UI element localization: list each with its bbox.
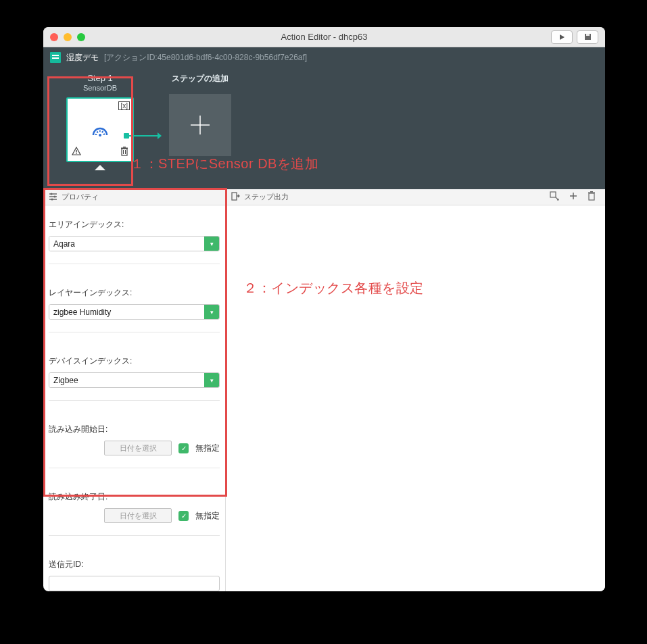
run-button[interactable] <box>551 30 573 44</box>
svg-rect-20 <box>232 193 237 200</box>
layer-index-label: レイヤーインデックス: <box>49 287 220 299</box>
area-index-group: エリアインデックス: Aqara ▾ <box>49 219 220 264</box>
output-body <box>226 205 605 591</box>
chevron-down-icon: ▾ <box>204 237 219 251</box>
device-index-select[interactable]: Zigbee ▾ <box>49 372 220 388</box>
read-end-label: 読み込み終了日: <box>49 491 220 503</box>
save-icon <box>584 33 592 41</box>
read-start-unset-label: 無指定 <box>195 443 220 454</box>
svg-point-19 <box>51 198 53 200</box>
sensor-db-icon <box>68 124 133 137</box>
read-end-date-button[interactable]: 日付を選択 <box>104 508 172 523</box>
properties-icon <box>49 192 57 203</box>
window-title: Action Editor - dhcp63 <box>43 32 605 42</box>
traffic-lights <box>50 33 85 41</box>
minimize-window-button[interactable] <box>64 33 72 41</box>
device-index-value: Zigbee <box>49 373 204 387</box>
read-end-unset-checkbox[interactable]: ✓ <box>178 511 189 521</box>
layer-index-select[interactable]: zigbee Humidity ▾ <box>49 304 220 320</box>
add-step-label: ステップの追加 <box>157 73 243 84</box>
output-panel-header: ステップ出力 <box>226 189 605 205</box>
map-output-icon[interactable] <box>550 191 559 203</box>
svg-rect-6 <box>76 153 76 154</box>
read-start-unset-checkbox[interactable]: ✓ <box>178 443 189 453</box>
warning-icon[interactable] <box>72 147 81 158</box>
svg-rect-25 <box>588 193 595 194</box>
property-panel: プロパティ エリアインデックス: Aqara ▾ レイヤーインデックス: zig… <box>43 189 226 591</box>
svg-rect-24 <box>589 193 594 200</box>
read-end-group: 読み込み終了日: 日付を選択 ✓ 無指定 <box>49 491 220 536</box>
layer-index-value: zigbee Humidity <box>49 305 204 319</box>
sender-id-group: 送信元ID: <box>49 559 220 591</box>
step-pointer <box>95 165 105 170</box>
area-index-select[interactable]: Aqara ▾ <box>49 236 220 251</box>
delete-output-icon[interactable] <box>588 191 596 203</box>
play-icon <box>558 34 565 41</box>
property-panel-title: プロパティ <box>62 192 99 202</box>
lower-panels: プロパティ エリアインデックス: Aqara ▾ レイヤーインデックス: zig… <box>43 189 605 591</box>
output-panel: ステップ出力 <box>226 189 605 591</box>
svg-rect-8 <box>121 148 128 149</box>
device-index-group: デバイスインデックス: Zigbee ▾ <box>49 355 220 401</box>
save-button[interactable] <box>577 30 598 44</box>
action-id: [アクションID:45e801d6-bdf6-4c00-828c-9b56df7… <box>104 52 307 64</box>
step-subtitle: SensorDB <box>57 84 143 93</box>
annotation-text-2: ２：インデックス各種を設定 <box>243 279 424 297</box>
step-canvas: Step 1 SensorDB [x] <box>43 68 605 189</box>
sender-id-label: 送信元ID: <box>49 559 220 570</box>
svg-rect-26 <box>590 191 593 193</box>
svg-rect-5 <box>76 150 76 153</box>
svg-rect-2 <box>52 55 59 56</box>
svg-rect-21 <box>550 192 556 197</box>
read-start-label: 読み込み開始日: <box>49 424 220 435</box>
device-index-label: デバイスインデックス: <box>49 355 220 367</box>
read-end-unset-label: 無指定 <box>195 510 220 522</box>
zoom-window-button[interactable] <box>77 33 85 41</box>
add-step-button[interactable] <box>169 94 231 156</box>
area-index-label: エリアインデックス: <box>49 219 220 230</box>
step-title-block: Step 1 SensorDB <box>57 73 143 93</box>
close-window-button[interactable] <box>50 33 58 41</box>
svg-rect-1 <box>586 34 590 36</box>
add-step-block: ステップの追加 <box>157 73 243 156</box>
svg-point-18 <box>54 195 56 197</box>
titlebar: Action Editor - dhcp63 <box>43 27 605 47</box>
app-window: Action Editor - dhcp63 湿度デモ [アクションID:45e… <box>43 27 605 591</box>
add-output-icon[interactable] <box>569 191 578 203</box>
annotation-text-1: １：STEPにSensor DBを追加 <box>130 155 318 173</box>
svg-point-17 <box>51 193 53 195</box>
plus-icon <box>188 113 212 137</box>
svg-point-4 <box>99 134 101 137</box>
step-title: Step 1 <box>57 73 143 84</box>
svg-rect-3 <box>52 57 59 59</box>
action-type-icon <box>50 52 61 63</box>
svg-rect-9 <box>123 147 126 148</box>
variable-icon[interactable]: [x] <box>118 101 130 110</box>
area-index-value: Aqara <box>49 237 204 251</box>
svg-rect-7 <box>122 149 127 155</box>
output-panel-title: ステップ出力 <box>244 192 289 202</box>
output-icon <box>231 192 240 203</box>
property-panel-header: プロパティ <box>43 189 225 205</box>
action-header: 湿度デモ [アクションID:45e801d6-bdf6-4c00-828c-9b… <box>43 47 605 68</box>
trash-icon[interactable] <box>120 147 128 158</box>
chevron-down-icon: ▾ <box>204 305 219 319</box>
property-body: エリアインデックス: Aqara ▾ レイヤーインデックス: zigbee Hu… <box>43 205 225 591</box>
read-start-date-button[interactable]: 日付を選択 <box>104 441 172 455</box>
step-card[interactable]: [x] <box>66 97 134 162</box>
read-start-group: 読み込み開始日: 日付を選択 ✓ 無指定 <box>49 424 220 468</box>
action-name: 湿度デモ <box>66 52 99 64</box>
chevron-down-icon: ▾ <box>204 373 219 387</box>
step-connector <box>126 135 158 137</box>
sender-id-input[interactable] <box>49 576 220 591</box>
layer-index-group: レイヤーインデックス: zigbee Humidity ▾ <box>49 287 220 332</box>
